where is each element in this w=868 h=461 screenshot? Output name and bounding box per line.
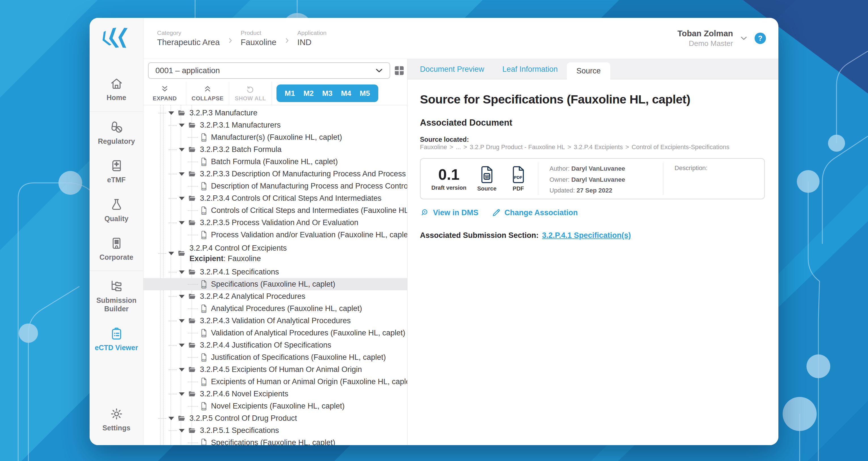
tree-leader — [188, 186, 198, 187]
caret-down-icon[interactable] — [179, 295, 185, 298]
tree-doc-row[interactable]: PDFAnalytical Procedures (Fauxoline HL, … — [144, 303, 407, 315]
path-separator: > — [464, 144, 467, 151]
tree-doc-row[interactable]: PDFBatch Formula (Fauxoline HL, caplet) — [144, 156, 407, 168]
module-button-m5[interactable]: M5 — [355, 85, 374, 102]
tree-doc-row[interactable]: PDFSpecifications (Fauxoline HL, caplet) — [144, 278, 407, 290]
tree-doc-row[interactable]: PDFJustification of Specifications (Faux… — [144, 351, 407, 364]
tree-doc-row[interactable]: PDFProcess Validation and/or Evaluation … — [144, 229, 407, 241]
tree-doc-row[interactable]: PDFSpecifications (Fauxoline HL, caplet) — [144, 437, 407, 445]
sidebar-item-settings[interactable]: Settings — [90, 400, 143, 439]
caret-down-icon[interactable] — [179, 271, 185, 274]
header: CategoryTherapeutic AreaProductFauxoline… — [144, 18, 778, 59]
sidebar-item-home[interactable]: Home — [90, 63, 143, 110]
folder-open-icon — [187, 317, 196, 325]
module-button-m1[interactable]: M1 — [280, 85, 299, 102]
breadcrumb-value[interactable]: IND — [298, 38, 327, 47]
source-located-line: Source located: Fauxoline>...>3.2.P Drug… — [420, 136, 765, 151]
tree-folder-row[interactable]: 3.2.P.4.5 Excipients Of Human Or Animal … — [144, 364, 407, 376]
help-button[interactable]: ? — [754, 33, 766, 44]
tab-leaf-information[interactable]: Leaf Information — [493, 59, 567, 80]
source-path-item: ... — [456, 144, 461, 151]
sidebar-item-regulatory[interactable]: Regulatory — [90, 114, 143, 153]
show-all-button[interactable]: SHOW ALL — [229, 82, 272, 105]
tree-leader — [158, 113, 166, 114]
pdf-file-icon: PDF — [200, 353, 208, 362]
caret-down-icon[interactable] — [179, 197, 185, 200]
tree-leader — [169, 222, 177, 223]
view-in-dms-link[interactable]: View in DMS — [420, 208, 478, 217]
format-pdf[interactable]: PDFPDF — [511, 166, 526, 192]
tree-folder-row[interactable]: 3.2.P.4.1 Specifications — [144, 266, 407, 278]
tree-node-text: 3.2.P.4 Control Of ExcipientsExcipient: … — [189, 244, 287, 263]
tree-folder-row[interactable]: 3.2.P.5.1 Specifications — [144, 424, 407, 437]
caret-down-icon[interactable] — [179, 429, 185, 432]
chevron-down-icon[interactable] — [739, 34, 748, 43]
sidebar-item-ectd-viewer[interactable]: eCTD Viewer — [90, 320, 143, 359]
collapse-all-button[interactable]: COLLAPSE — [186, 82, 229, 105]
caret-down-icon[interactable] — [179, 392, 185, 396]
caret-down-icon[interactable] — [168, 252, 174, 255]
svg-text:PDF: PDF — [202, 163, 207, 165]
action-links: View in DMSChange Association — [420, 208, 765, 217]
tree-folder-row[interactable]: 3.2.P.4.2 Analytical Procedures — [144, 290, 407, 303]
tree-folder-row[interactable]: 3.2.P.5 Control Of Drug Product — [144, 412, 407, 424]
caret-down-icon[interactable] — [168, 112, 174, 115]
tree-folder-row[interactable]: 3.2.P.3 Manufacture — [144, 107, 407, 119]
tree-folder-row[interactable]: 3.2.P.4.3 Validation Of Analytical Proce… — [144, 315, 407, 327]
home-icon — [110, 77, 123, 90]
caret-down-icon[interactable] — [179, 148, 185, 151]
tree-leader — [169, 149, 177, 150]
caret-down-icon[interactable] — [168, 417, 174, 420]
tab-source[interactable]: Source — [567, 62, 611, 80]
tree-folder-row[interactable]: 3.2.P.4.6 Novel Excipients — [144, 388, 407, 400]
sidebar-item-corporate[interactable]: Corporate — [90, 229, 143, 269]
format-source[interactable]: WSource — [477, 166, 497, 192]
tree-folder-row[interactable]: 3.2.P.3.5 Process Validation And Or Eval… — [144, 217, 407, 229]
breadcrumb-value[interactable]: Fauxoline — [241, 38, 277, 47]
tree-leader — [169, 394, 177, 394]
tree-folder-row[interactable]: 3.2.P.4 Control Of ExcipientsExcipient: … — [144, 241, 407, 266]
caret-down-icon[interactable] — [179, 221, 185, 224]
module-button-m3[interactable]: M3 — [318, 85, 337, 102]
caret-down-icon[interactable] — [179, 319, 185, 322]
chevron-down-icon — [374, 66, 384, 75]
tab-content: Source for Specifications (Fauxoline HL,… — [407, 80, 778, 445]
sidebar-item-etmf[interactable]: eTMF — [90, 152, 143, 191]
caret-down-icon[interactable] — [179, 344, 185, 347]
breadcrumb-value[interactable]: Therapeutic Area — [157, 38, 220, 47]
change-association-link[interactable]: Change Association — [491, 208, 578, 217]
tree-doc-row[interactable]: PDFControls of Critical Steps and Interm… — [144, 205, 407, 217]
breadcrumb-segment-application: ApplicationIND — [298, 29, 327, 47]
grid-view-button[interactable] — [393, 64, 405, 77]
chevron-right-icon — [283, 37, 291, 44]
tree-toolbar: EXPAND COLLAPSE SHOW ALL M1M2 — [144, 82, 407, 105]
path-separator: > — [450, 144, 453, 151]
building-icon — [110, 237, 123, 250]
folder-open-icon — [187, 146, 196, 154]
tree-folder-row[interactable]: 3.2.P.3.4 Controls Of Critical Steps And… — [144, 192, 407, 205]
caret-down-icon[interactable] — [179, 173, 185, 176]
sequence-select[interactable]: 0001 – application — [148, 62, 390, 79]
ectd-tree-panel: 0001 – application EXPAND — [144, 59, 407, 445]
tree-folder-row[interactable]: 3.2.P.3.3 Description Of Manufacturing P… — [144, 168, 407, 180]
pdf-file-icon: PDF — [200, 280, 208, 289]
module-button-m2[interactable]: M2 — [299, 85, 318, 102]
sidebar-item-quality[interactable]: Quality — [90, 191, 143, 230]
tree-doc-row[interactable]: PDFDescription of Manufacturing Process … — [144, 180, 407, 192]
tree-doc-row[interactable]: PDFExcipients of Human or Animal Origin … — [144, 376, 407, 388]
expand-all-button[interactable]: EXPAND — [144, 82, 186, 105]
sidebar-item-submission-builder[interactable]: Submission Builder — [90, 273, 143, 320]
tree-doc-row[interactable]: PDFValidation of Analytical Procedures (… — [144, 327, 407, 339]
caret-down-icon[interactable] — [179, 124, 185, 127]
module-button-m4[interactable]: M4 — [337, 85, 355, 102]
associated-section-link[interactable]: 3.2.P.4.1 Specification(s) — [542, 231, 631, 240]
tree-folder-row[interactable]: 3.2.P.3.1 Manufacturers — [144, 119, 407, 131]
tab-document-preview[interactable]: Document Preview — [411, 59, 493, 80]
tree-doc-row[interactable]: PDFManufacturer(s) (Fauxoline HL, caplet… — [144, 131, 407, 144]
caret-down-icon[interactable] — [179, 368, 185, 371]
tree-folder-row[interactable]: 3.2.P.3.2 Batch Formula — [144, 144, 407, 156]
tree-folder-row[interactable]: 3.2.P.4.4 Justification Of Specification… — [144, 339, 407, 351]
tree-doc-row[interactable]: PDFNovel Excipients (Fauxoline HL, caple… — [144, 400, 407, 412]
pdf-file-icon: PDF — [200, 133, 208, 142]
pencil-icon — [491, 208, 501, 217]
